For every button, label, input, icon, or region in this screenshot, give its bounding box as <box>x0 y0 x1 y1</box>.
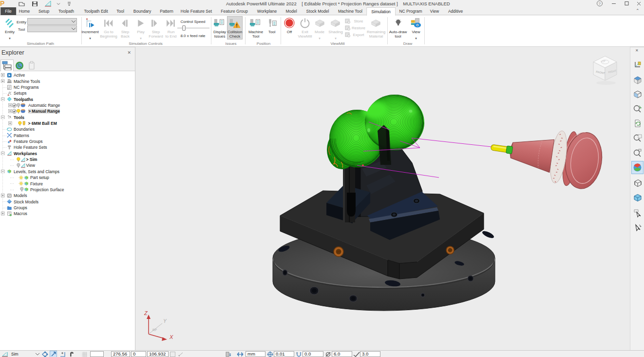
svg-text:X: X <box>169 334 173 340</box>
svg-text:P: P <box>0 0 4 7</box>
svg-text:?: ? <box>599 1 601 6</box>
svg-text:Z: Z <box>144 310 148 316</box>
svg-text:RP: RP <box>152 328 157 332</box>
